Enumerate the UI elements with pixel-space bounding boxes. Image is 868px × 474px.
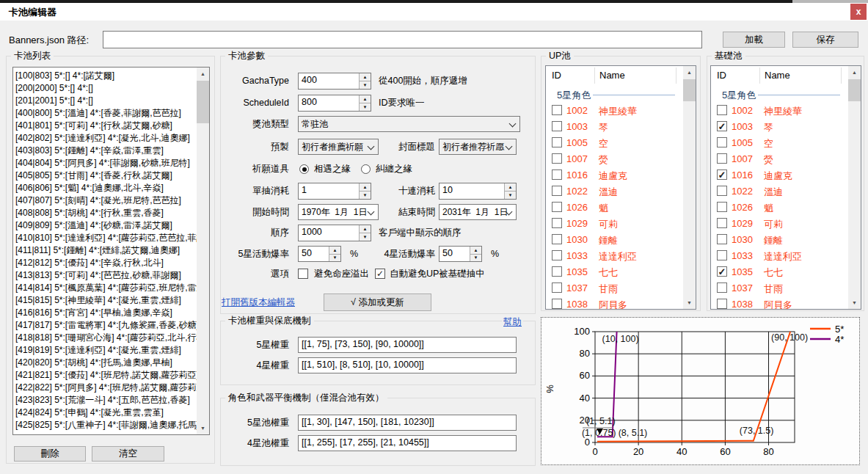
row-checkbox[interactable]: [717, 218, 727, 228]
character-row[interactable]: 1007熒: [546, 151, 696, 167]
row-checkbox[interactable]: [552, 169, 562, 180]
auto-avoid-up-checkbox[interactable]: ✓: [375, 269, 385, 279]
start-time-picker[interactable]: 1970年 1月 1日: [298, 204, 379, 220]
list-item[interactable]: [406|806] 5*:[魈] 4*:[迪奧娜,北斗,辛焱]: [13, 182, 209, 194]
row-checkbox[interactable]: [552, 234, 562, 244]
end-time-picker[interactable]: 2031年 1月 1日: [439, 204, 517, 220]
row-checkbox[interactable]: [552, 137, 562, 147]
row-checkbox[interactable]: [552, 299, 562, 309]
cover-title-combo[interactable]: 初行者推荐祈愿: [439, 139, 517, 155]
base-pool-listview[interactable]: ID Name 5星角色 1002神里綾華✓1003琴1005空1007熒✓10…: [710, 65, 861, 310]
row-checkbox[interactable]: [552, 105, 562, 115]
rate4-spinner[interactable]: 50 ▲▼: [439, 246, 482, 262]
weight5-input[interactable]: [[1, 75], [73, 150], [90, 10000]]: [298, 337, 517, 353]
list-item[interactable]: [415|815] 5*:[神里綾華] 4*:[凝光,重雲,煙緋]: [13, 294, 209, 307]
character-row[interactable]: 1030鍾離: [711, 232, 861, 248]
add-update-button[interactable]: √ 添加或更新: [324, 293, 431, 311]
radio-acquaint-fate[interactable]: [299, 164, 309, 174]
list-item[interactable]: [407|807] 5*:[刻晴] 4*:[凝光,班尼特,芭芭拉]: [13, 194, 209, 207]
row-checkbox[interactable]: [717, 137, 727, 147]
list-item[interactable]: [423|823] 5*:[荒瀧一斗] 4*:[五郎,芭芭拉,香菱]: [13, 394, 209, 406]
list-item[interactable]: [420|820] 5*:[胡桃] 4*:[托馬,迪奧娜,早柚]: [13, 357, 209, 369]
list-item[interactable]: [408|808] 5*:[胡桃] 4*:[行秋,重雲,香菱]: [13, 207, 209, 219]
character-row[interactable]: 1002神里綾華: [546, 103, 696, 119]
row-checkbox[interactable]: [552, 218, 562, 228]
preset-combo[interactable]: 初行者推薦祈願: [298, 139, 379, 155]
radio-intertwined-fate[interactable]: [361, 164, 371, 174]
list-item[interactable]: [200|2000] 5*:[] 4*:[]: [13, 82, 209, 95]
order-spinner[interactable]: 1000 ▲▼: [298, 225, 371, 241]
scroll-down-icon[interactable]: ▼: [197, 422, 209, 434]
character-row[interactable]: 1029可莉: [711, 216, 861, 232]
list-item[interactable]: [425|825] 5*:[八重神子] 4*:[菲謝爾,迪奧娜,托馬]: [13, 419, 209, 431]
row-checkbox[interactable]: [717, 202, 727, 212]
list-item[interactable]: [413|813] 5*:[可莉] 4*:[芭芭拉,砂糖,菲謝爾]: [13, 269, 209, 282]
row-checkbox[interactable]: [552, 153, 562, 164]
row-checkbox[interactable]: ✓: [717, 169, 727, 180]
help-link[interactable]: 幫助: [502, 316, 523, 329]
character-row[interactable]: 1002神里綾華: [711, 103, 861, 119]
row-checkbox[interactable]: [717, 250, 727, 260]
list-item[interactable]: [418|818] 5*:[珊瑚宮心海] 4*:[蘿莎莉亞,北斗,行秋]: [13, 332, 209, 344]
row-checkbox[interactable]: [552, 250, 562, 260]
row-checkbox[interactable]: [552, 121, 562, 131]
character-row[interactable]: 1016迪盧克: [546, 167, 696, 183]
list-item[interactable]: [410|810] 5*:[達達利亞] 4*:[蘿莎莉亞,芭芭拉,菲謝爾]: [13, 232, 209, 244]
row-checkbox[interactable]: [717, 186, 727, 196]
up-pool-scrollbar[interactable]: ▲ ▼: [683, 66, 696, 309]
list-item[interactable]: [100|803] 5*:[] 4*:[諾艾爾]: [13, 70, 209, 82]
up-pool-listview[interactable]: ID Name 5星角色 1002神里綾華1003琴1005空1007熒1016…: [545, 65, 696, 310]
pool-listbox[interactable]: [100|803] 5*:[] 4*:[諾艾爾][200|2000] 5*:[]…: [12, 67, 210, 435]
row-checkbox[interactable]: [552, 202, 562, 212]
list-item[interactable]: [419|819] 5*:[達達利亞] 4*:[凝光,重雲,煙緋]: [13, 344, 209, 357]
close-button[interactable]: x: [850, 4, 867, 20]
scroll-thumb[interactable]: [848, 79, 861, 101]
character-row[interactable]: 1026魈: [546, 200, 696, 216]
pool-type-combo[interactable]: 常驻池: [298, 116, 520, 132]
row-checkbox[interactable]: [717, 282, 727, 293]
character-row[interactable]: 1038阿貝多: [711, 296, 861, 310]
list-item[interactable]: [403|803] 5*:[鍾離] 4*:[辛焱,雷澤,重雲]: [13, 145, 209, 157]
scroll-up-icon[interactable]: ▲: [848, 66, 861, 79]
list-item[interactable]: [424|824] 5*:[申鶴] 4*:[凝光,重雲,雲堇]: [13, 406, 209, 419]
save-button[interactable]: 保存: [792, 32, 858, 48]
scroll-up-icon[interactable]: ▲: [197, 68, 209, 80]
character-row[interactable]: 1007熒: [711, 151, 861, 167]
list-item[interactable]: [412|812] 5*:[優菈] 4*:[辛焱,行秋,北斗]: [13, 257, 209, 269]
row-checkbox[interactable]: [717, 234, 727, 244]
list-item[interactable]: [414|814] 5*:[楓原萬葉] 4*:[蘿莎莉亞,班尼特,雷澤]: [13, 282, 209, 294]
row-checkbox[interactable]: [552, 266, 562, 277]
list-item[interactable]: [411|811] 5*:[鍾離] 4*:[煙緋,諾艾爾,迪奧娜]: [13, 244, 209, 257]
row-checkbox[interactable]: ✓: [717, 121, 727, 131]
character-row[interactable]: 1005空: [546, 135, 696, 151]
avoid-constellation-checkbox[interactable]: [298, 269, 308, 279]
weight4-input[interactable]: [[1, 510], [8, 510], [10, 10000]]: [298, 357, 517, 373]
list-item[interactable]: [416|816] 5*:[宵宮] 4*:[早柚,迪奧娜,辛焱]: [13, 307, 209, 319]
character-row[interactable]: 1037甘雨: [711, 280, 861, 296]
character-row[interactable]: 1033達達利亞: [711, 248, 861, 264]
character-row[interactable]: 1005空: [711, 135, 861, 151]
character-row[interactable]: 1037甘雨: [546, 280, 696, 296]
list-item[interactable]: [422|822] 5*:[阿貝多] 4*:[班尼特,諾艾爾,蘿莎莉亞]: [13, 382, 209, 394]
character-row[interactable]: 1003琴: [546, 119, 696, 135]
list-item[interactable]: [401|801] 5*:[可莉] 4*:[行秋,諾艾爾,砂糖]: [13, 120, 209, 132]
character-row[interactable]: 1026魈: [711, 200, 861, 216]
scroll-thumb[interactable]: [197, 81, 209, 123]
list-item[interactable]: [417|817] 5*:[雷電將軍] 4*:[九條裟羅,香菱,砂糖]: [13, 319, 209, 332]
list-item[interactable]: [400|800] 5*:[溫迪] 4*:[香菱,菲謝爾,芭芭拉]: [13, 107, 209, 120]
row-checkbox[interactable]: [552, 186, 562, 196]
list-item[interactable]: [409|809] 5*:[溫迪] 4*:[砂糖,雷澤,諾艾爾]: [13, 219, 209, 232]
pool-weight5-input[interactable]: [[1, 30], [147, 150], [181, 10230]]: [298, 415, 517, 431]
path-input[interactable]: [103, 31, 702, 48]
list-item[interactable]: [405|805] 5*:[甘雨] 4*:[香菱,行秋,諾艾爾]: [13, 169, 209, 182]
schedule-id-spinner[interactable]: 800 ▲▼: [298, 95, 371, 112]
list-item[interactable]: [404|804] 5*:[阿貝多] 4*:[菲謝爾,砂糖,班尼特]: [13, 157, 209, 169]
single-cost-spinner[interactable]: 1 ▲▼: [298, 183, 371, 200]
character-row[interactable]: ✓1035七七: [711, 264, 861, 280]
list-item[interactable]: [402|802] 5*:[達達利亞] 4*:[凝光,北斗,迪奧娜]: [13, 132, 209, 145]
row-checkbox[interactable]: [717, 153, 727, 164]
character-row[interactable]: 1035七七: [546, 264, 696, 280]
character-row[interactable]: 1030鍾離: [546, 232, 696, 248]
row-checkbox[interactable]: [717, 299, 727, 309]
character-row[interactable]: 1022溫迪: [546, 183, 696, 200]
